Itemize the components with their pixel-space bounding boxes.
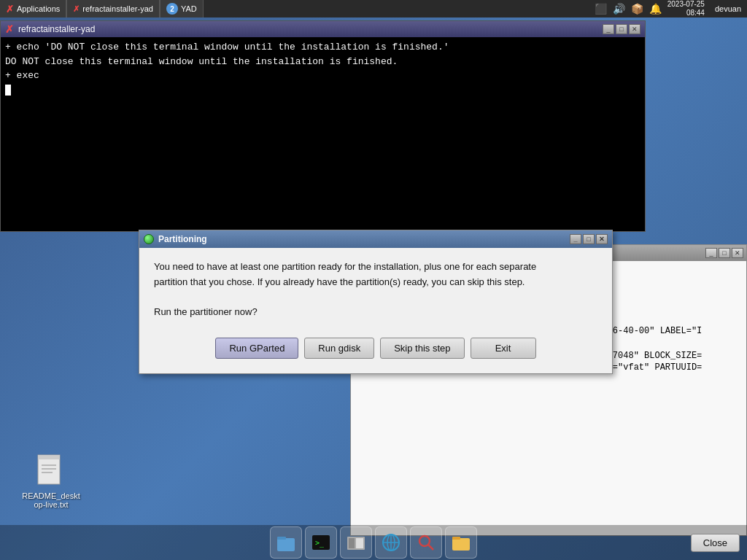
taskbar-window-terminal-label: refractainstaller-yad [82, 4, 153, 13]
readme-desktop-icon[interactable]: README_desktop-live.txt [22, 454, 80, 509]
date-display: 2023-07-25 [667, 0, 705, 9]
svg-rect-11 [356, 538, 363, 548]
yad-message-line1: You need to have at least one partition … [154, 261, 536, 272]
info-minimize-button[interactable]: _ [705, 248, 717, 258]
yad-partitioning-dialog: Partitioning _ □ ✕ You need to have at l… [139, 230, 613, 374]
username-label: devuan [711, 4, 741, 13]
browser-button[interactable] [375, 526, 407, 559]
files-button[interactable] [270, 526, 302, 559]
yad-badge: 2 [166, 3, 178, 15]
readme-file-icon [34, 454, 69, 489]
clock[interactable]: 2023-07-25 08:44 [667, 0, 705, 18]
monitor-icon[interactable]: ⬛ [595, 3, 607, 15]
terminal-line-2: DO NOT close this terminal window until … [5, 55, 640, 69]
skip-step-button[interactable]: Skip this step [380, 338, 464, 359]
terminal-line-1: + echo 'DO NOT close this terminal windo… [5, 40, 640, 55]
info-maximize-button[interactable]: □ [719, 248, 730, 258]
system-tray: ⬛ 🔊 📦 🔔 2023-07-25 08:44 devuan [589, 0, 747, 18]
terminal-x-logo: ✗ [5, 23, 14, 35]
desktop: ✗ Applications ✗ refractainstaller-yad 2… [0, 0, 747, 560]
terminal-maximize-button[interactable]: □ [616, 24, 627, 34]
exit-button[interactable]: Exit [471, 338, 536, 359]
yad-buttons: Run GParted Run gdisk Skip this step Exi… [154, 332, 597, 362]
yad-close-button[interactable]: ✕ [596, 234, 608, 244]
yad-titlebar: Partitioning _ □ ✕ [139, 230, 612, 248]
terminal-content: + echo 'DO NOT close this terminal windo… [1, 37, 645, 231]
svg-text:>_: >_ [315, 539, 325, 548]
terminal-button[interactable]: >_ [305, 526, 337, 559]
bell-icon[interactable]: 🔔 [649, 3, 662, 15]
taskbar-window-yad[interactable]: 2 YAD [160, 0, 204, 18]
run-gdisk-button[interactable]: Run gdisk [304, 338, 374, 359]
readme-icon-label: README_desktop-live.txt [22, 491, 80, 509]
taskbar-window-terminal[interactable]: ✗ refractainstaller-yad [66, 0, 160, 18]
x-app-icon: ✗ [73, 4, 80, 14]
terminal-close-button[interactable]: ✕ [629, 24, 640, 34]
package-icon[interactable]: 📦 [631, 3, 643, 15]
x-logo-icon: ✗ [6, 4, 14, 15]
terminal-win-controls: _ □ ✕ [603, 24, 640, 34]
yad-maximize-button[interactable]: □ [583, 234, 595, 244]
filemgr-button[interactable] [340, 526, 372, 559]
applications-menu[interactable]: ✗ Applications [0, 0, 66, 18]
yad-win-controls: _ □ ✕ [570, 234, 608, 244]
terminal-line-3: + exec [5, 69, 640, 83]
terminal-minimize-button[interactable]: _ [603, 24, 614, 34]
svg-point-16 [419, 536, 430, 546]
yad-message: You need to have at least one partition … [154, 260, 597, 320]
svg-rect-6 [277, 537, 286, 540]
close-button[interactable]: Close [691, 534, 740, 552]
terminal-title-left: ✗ refractainstaller-yad [5, 23, 95, 35]
svg-rect-5 [277, 538, 295, 551]
time-display: 08:44 [686, 9, 705, 18]
taskbar-bottom: >_ [0, 525, 747, 560]
terminal-titlebar: ✗ refractainstaller-yad _ □ ✕ [1, 21, 645, 37]
svg-rect-19 [452, 537, 460, 540]
terminal-cursor-line [5, 83, 640, 98]
open-windows: ✗ refractainstaller-yad 2 YAD [66, 0, 588, 18]
taskbar-top: ✗ Applications ✗ refractainstaller-yad 2… [0, 0, 747, 18]
green-dot-icon [144, 234, 154, 244]
folder2-button[interactable] [445, 526, 477, 559]
svg-line-17 [428, 545, 433, 550]
svg-rect-18 [452, 538, 470, 551]
yad-message-line2: partition that you chose. If you already… [154, 276, 525, 287]
volume-icon[interactable]: 🔊 [613, 3, 625, 15]
yad-title: Partitioning [158, 234, 207, 244]
svg-rect-1 [38, 455, 60, 459]
svg-rect-10 [349, 538, 355, 548]
run-gparted-button[interactable]: Run GParted [215, 338, 298, 359]
yad-message-line4: Run the partitioner now? [154, 306, 258, 317]
terminal-title: refractainstaller-yad [18, 24, 95, 34]
yad-minimize-button[interactable]: _ [570, 234, 581, 244]
terminal-window: ✗ refractainstaller-yad _ □ ✕ + echo 'DO… [0, 20, 646, 232]
taskbar-window-yad-label: YAD [181, 4, 197, 13]
yad-title-left: Partitioning [144, 234, 207, 244]
yad-body: You need to have at least one partition … [139, 248, 612, 373]
info-close-button[interactable]: ✕ [732, 248, 743, 258]
applications-label: Applications [17, 4, 60, 13]
search-button[interactable] [410, 526, 442, 559]
